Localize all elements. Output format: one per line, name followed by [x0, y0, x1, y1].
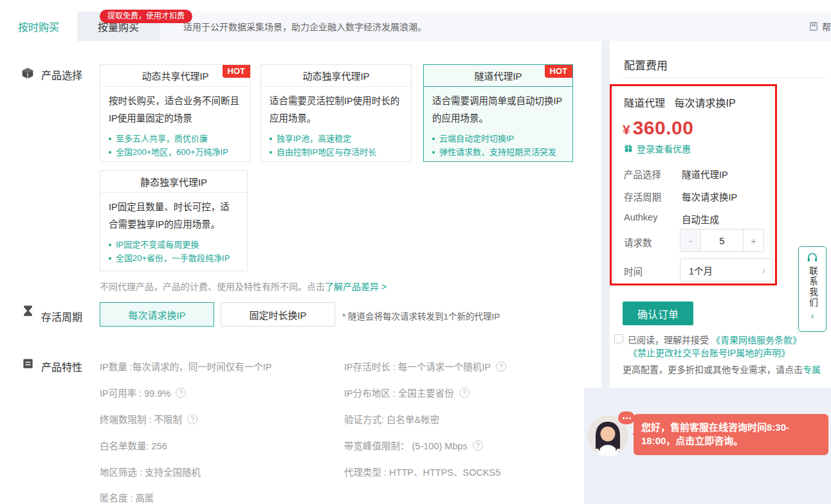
product-card-dynamic-shared[interactable]: HOT 动态共享代理IP 按时长购买，适合业务不间断且IP使用量固定的场景 至多… [100, 64, 251, 162]
stepper-minus-button[interactable]: - [680, 230, 701, 251]
section-features: 产品特性 [41, 359, 82, 374]
field-label-time: 时间 [624, 264, 643, 278]
upsell-line: 更高配置，更多折扣或其他专业需求，请点击专属 [623, 363, 831, 375]
terms-link-ip-statement[interactable]: 《禁止更改社交平台账号IP属地的声明》 [628, 348, 790, 358]
section-lifecycle: 存活周期 [41, 309, 82, 324]
product-card-desc: IP固定且数量、时长可控，适合需要独享IP的应用场景。 [100, 193, 247, 233]
price: ¥360.00 [623, 117, 693, 139]
product-card-title: 静态独享代理IP [100, 171, 247, 193]
summary-cycle: 每次请求换IP [674, 98, 735, 109]
gift-icon [624, 144, 633, 153]
product-difference-note: 不同代理产品，产品的计费、使用及特性有所不同。点击了解产品差异 > [100, 280, 387, 292]
chat-message: 您好，售前客服在线咨询时间8:30-18:00，点击立即咨询。 [641, 422, 789, 446]
product-card-title: 动态独享代理IP [261, 65, 411, 87]
chat-dots-icon [618, 411, 635, 424]
field-value-product: 隧道代理IP [682, 167, 728, 181]
card-point: 独享IP池，高速稳定 [277, 132, 351, 145]
terms-link-service[interactable]: 《青果网络服务条款》 [711, 335, 801, 345]
product-card-points: 独享IP池，高速稳定 自由控制IP地区与存活时长 [261, 127, 411, 159]
free-extraction-badge: 提取免费，使用才扣费 [100, 10, 192, 23]
help-icon[interactable]: ? [176, 388, 186, 398]
spec-terminal-limit: 终端数限制 : 不限制 ? [100, 412, 197, 426]
time-selected-value: 1个月 [689, 264, 713, 277]
spec-bandwidth-limit: 带宽峰值限制： (5-100) Mbps ? [344, 438, 483, 452]
product-card-desc: 按时长购买，适合业务不间断且IP使用量固定的场景 [100, 87, 250, 127]
product-card-tunnel-selected[interactable]: HOT 隧道代理IP 适合需要调用简单或自动切换IP的应用场景。 云端自动定时切… [423, 64, 573, 162]
spec-anonymity: 匿名度 : 高匿 [100, 491, 154, 504]
agree-line-2: 《禁止更改社交平台账号IP属地的声明》 [628, 346, 790, 359]
card-point: IP固定不变或每周更换 [116, 238, 199, 251]
field-label-authkey: Authkey [624, 212, 657, 222]
chevron-right-icon: › [762, 264, 765, 277]
card-point: 自由控制IP地区与存活时长 [277, 145, 376, 159]
confirm-order-button[interactable]: 确认订单 [623, 302, 693, 325]
stepper-plus-button[interactable]: + [743, 230, 763, 251]
card-point: 全国200+地区，600+万纯净IP [116, 145, 228, 159]
lifecycle-option-fixed-duration[interactable]: 固定时长换IP [221, 302, 335, 327]
requests-stepper: - 5 + [680, 229, 764, 252]
product-card-points: 至多五人共享，质优价廉 全国200+地区，600+万纯净IP [100, 127, 250, 159]
card-point: 弹性请求数，支持短期灵活突发 [439, 145, 556, 159]
time-select-dropdown[interactable]: 1个月 › [680, 258, 772, 282]
spec-region-filter: 地区筛选 : 支持全国随机 [100, 465, 201, 478]
field-label-cycle: 存活周期 [624, 190, 661, 203]
book-icon [808, 21, 819, 32]
field-label-requests: 请求数 [624, 235, 652, 249]
cube-icon [21, 67, 34, 80]
lifecycle-option-per-request[interactable]: 每次请求换IP [100, 302, 214, 327]
tagline-text: 适用于公开数据采集场景，助力企业融入数字经济发展浪潮。 [183, 12, 426, 41]
contact-us-widget[interactable]: 联系我们 ‹ [798, 246, 826, 332]
product-difference-link[interactable]: 了解产品差异 > [325, 282, 387, 292]
card-point: 全国20+省份，一手散段纯净IP [116, 251, 230, 265]
card-point: 至多五人共享，质优价廉 [116, 132, 208, 145]
spec-auth-method: 验证方式: 白名单&帐密 [344, 412, 439, 426]
summary-product: 隧道代理 [624, 98, 665, 109]
selection-summary: 隧道代理 每次请求换IP [624, 94, 736, 110]
spec-proxy-types: 代理类型 : HTTP、HTTPS、SOCKS5 [344, 465, 500, 478]
field-label-product: 产品选择 [624, 167, 661, 181]
config-title: 配置费用 [624, 57, 668, 73]
tunnel-note: * 隧道会将每次请求转发到1个新的代理IP [342, 309, 500, 322]
requests-value-input[interactable]: 5 [701, 230, 743, 251]
spec-whitelist-count: 白名单数量: 256 [100, 438, 167, 452]
product-card-desc: 适合需要灵活控制IP使用时长的应用场景。 [261, 87, 411, 127]
help-icon[interactable]: ? [459, 388, 470, 398]
currency-symbol: ¥ [623, 122, 630, 137]
help-icon[interactable]: ? [496, 361, 506, 372]
agree-text: 已阅读，理解并接受 [628, 335, 709, 345]
product-card-desc: 适合需要调用简单或自动切换IP的应用场景。 [424, 87, 572, 127]
login-promo-link[interactable]: 登录查看优惠 [624, 142, 691, 155]
product-card-points: 云端自动定时切换IP 弹性请求数，支持短期灵活突发 [424, 127, 572, 159]
divider [623, 78, 826, 78]
login-promo-label: 登录查看优惠 [637, 142, 691, 155]
agree-terms-checkbox[interactable] [614, 334, 623, 343]
tab-buy-by-time[interactable]: 按时购买 [0, 12, 77, 41]
document-icon [22, 357, 35, 370]
card-point: 云端自动定时切换IP [439, 132, 514, 145]
headset-icon [807, 252, 818, 264]
help-icon[interactable]: ? [473, 440, 483, 451]
contact-us-label: 联系我们 [806, 266, 819, 309]
upsell-text: 更高配置，更多折扣或其他专业需求，请点击 [623, 364, 803, 375]
product-card-dynamic-dedicated[interactable]: 动态独享代理IP 适合需要灵活控制IP使用时长的应用场景。 独享IP池，高速稳定… [260, 64, 412, 162]
purchase-mode-tabbar: 按时购买 按量购买 提取免费，使用才扣费 适用于公开数据采集场景，助力企业融入数… [0, 12, 831, 41]
product-card-points: IP固定不变或每周更换 全国20+省份，一手散段纯净IP [100, 233, 247, 265]
help-icon[interactable]: ? [187, 414, 197, 424]
spec-ip-count: IP数量 :每次请求的，同一时间仅有一个IP [100, 359, 271, 373]
note-text: 不同代理产品，产品的计费、使用及特性有所不同。点击 [100, 282, 325, 292]
help-doc-label: 帮 [822, 20, 831, 33]
field-value-authkey: 自动生成 [682, 212, 719, 226]
field-value-cycle: 每次请求换IP [682, 190, 737, 203]
hot-badge: HOT [545, 65, 572, 78]
section-product-select: 产品选择 [41, 67, 82, 82]
chat-invite-bubble[interactable]: 您好，售前客服在线咨询时间8:30-18:00，点击立即咨询。 [634, 414, 828, 455]
spec-ip-distribution: IP分布地区 : 全国主要省份 ? [344, 386, 470, 399]
chevron-left-icon: ‹ [811, 310, 814, 321]
agree-line: 已阅读，理解并接受 《青果网络服务条款》 [628, 333, 801, 346]
product-card-static-dedicated[interactable]: 静态独享代理IP IP固定且数量、时长可控，适合需要独享IP的应用场景。 IP固… [100, 170, 248, 271]
spec-ip-lifetime: IP存活时长 : 每一个请求一个随机IP ? [344, 359, 506, 373]
hourglass-icon [22, 305, 35, 318]
hot-badge: HOT [223, 65, 250, 78]
help-doc-button[interactable]: 帮 [808, 12, 831, 41]
upsell-link[interactable]: 专属 [803, 364, 821, 375]
